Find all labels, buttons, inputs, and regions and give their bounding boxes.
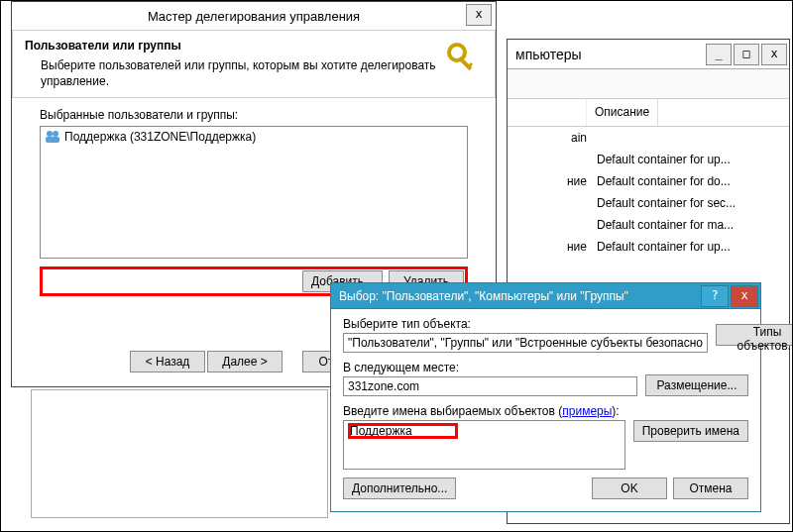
col-description[interactable]: Описание (587, 99, 658, 126)
wizard-close-button[interactable]: x (466, 4, 492, 26)
bg-toolbar (508, 69, 789, 99)
list-item[interactable]: Поддержка (331ZONE\Поддержка) (41, 127, 467, 147)
select-title: Выбор: "Пользователи", "Компьютеры" или … (331, 289, 701, 303)
svg-rect-5 (46, 137, 59, 143)
svg-point-4 (53, 131, 58, 137)
wizard-titlebar: Мастер делегирования управления x (12, 2, 496, 30)
list-item-label: Поддержка (331ZONE\Поддержка) (64, 130, 256, 144)
select-close-button[interactable]: x (731, 285, 758, 307)
examples-link[interactable]: примеры (562, 404, 612, 418)
group-icon (45, 129, 60, 145)
bg-close-button[interactable]: x (761, 44, 787, 65)
names-input[interactable]: Поддержка (343, 420, 625, 470)
location-label: В следующем месте: (343, 361, 637, 374)
wizard-heading: Пользователи или группы (25, 39, 443, 53)
bg-column-headers: Описание (508, 99, 789, 127)
bg-minimize-button[interactable]: _ (706, 44, 732, 65)
names-label: Введите имена выбираемых объектов (приме… (343, 404, 625, 418)
selected-users-label: Выбранные пользователи и группы: (40, 108, 468, 122)
back-button[interactable]: < Назад (130, 351, 205, 372)
bg-maximize-button[interactable]: □ (734, 44, 759, 65)
location-field: 331zone.com (343, 376, 637, 396)
empty-scroll-pane[interactable] (31, 389, 328, 518)
locations-button[interactable]: Размещение... (645, 374, 748, 396)
wizard-subheading: Выберите пользователей или группы, котор… (25, 58, 443, 89)
table-row[interactable]: Default container for ma... (508, 214, 789, 236)
select-titlebar: Выбор: "Пользователи", "Компьютеры" или … (331, 283, 760, 309)
table-row[interactable]: ниеDefault container for up... (508, 236, 789, 258)
key-icon (443, 39, 483, 78)
bg-titlebar: мпьютеры _ □ x (508, 40, 789, 69)
ok-button[interactable]: OK (592, 478, 667, 499)
bg-rows: ain Default container for up... ниеDefau… (508, 127, 789, 258)
bg-title-text: мпьютеры (508, 47, 582, 62)
names-input-value: Поддержка (348, 423, 458, 439)
object-type-field: "Пользователи", "Группы" или "Встроенные… (343, 333, 708, 353)
select-help-button[interactable]: ? (701, 285, 729, 307)
wizard-header: Пользователи или группы Выберите пользов… (12, 30, 496, 98)
table-row[interactable]: Default container for up... (508, 149, 789, 170)
select-cancel-button[interactable]: Отмена (673, 478, 748, 499)
selected-users-list[interactable]: Поддержка (331ZONE\Поддержка) (40, 126, 468, 259)
advanced-button[interactable]: Дополнительно... (343, 478, 456, 499)
wizard-title: Мастер делегирования управления (148, 9, 360, 24)
table-row[interactable]: Default container for sec... (508, 192, 789, 214)
svg-point-3 (47, 131, 53, 137)
next-button[interactable]: Далее > (207, 351, 283, 372)
object-type-label: Выберите тип объекта: (343, 317, 708, 331)
select-objects-dialog: Выбор: "Пользователи", "Компьютеры" или … (330, 282, 761, 512)
object-types-button[interactable]: Типы объектов... (716, 324, 793, 346)
svg-point-0 (449, 45, 465, 60)
table-row[interactable]: ниеDefault container for do... (508, 170, 789, 192)
check-names-button[interactable]: Проверить имена (633, 420, 748, 442)
table-row[interactable]: ain (508, 127, 789, 149)
